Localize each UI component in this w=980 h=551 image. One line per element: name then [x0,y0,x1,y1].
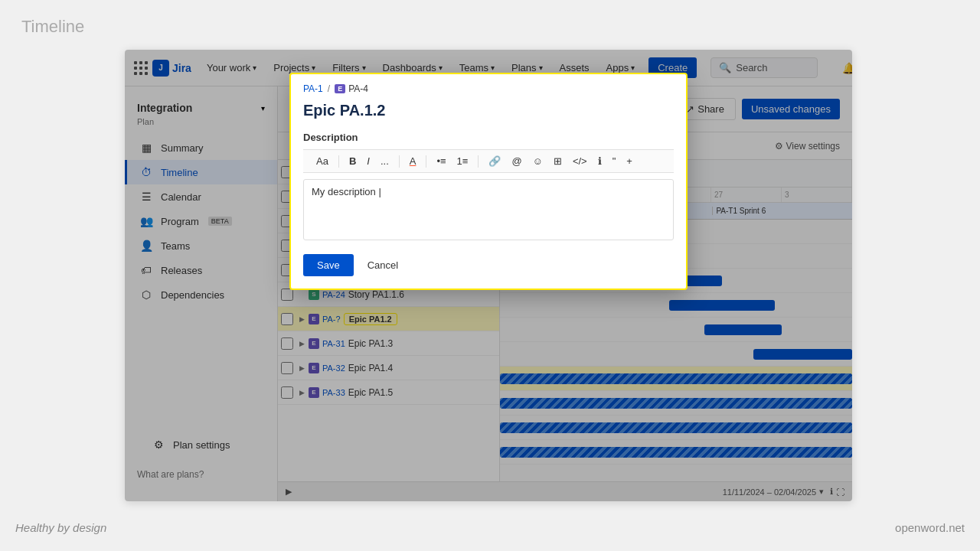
editor-toolbar: Aa B I ... A •≡ 1≡ 🔗 @ ☺ ⊞ </> ℹ [303,149,674,173]
toolbar-bold[interactable]: B [345,153,360,169]
breadcrumb-pa1[interactable]: PA-1 [303,83,323,94]
toolbar-table[interactable]: ⊞ [550,153,566,169]
toolbar-bullet-list[interactable]: •≡ [433,153,449,169]
footer-tagline: Healthy by design [15,521,106,534]
toolbar-info[interactable]: ℹ [594,153,606,169]
toolbar-text-style[interactable]: Aa [312,153,332,169]
toolbar-italic[interactable]: I [363,153,374,169]
breadcrumb-pa4: E PA-4 [335,83,368,94]
toolbar-separator [399,155,400,168]
epic-description-modal: PA-1 / E PA-4 Epic PA.1.2 Description Aa… [289,73,688,290]
modal-description-label: Description [291,129,686,146]
toolbar-more[interactable]: ... [377,153,393,169]
footer-brand: openword.net [895,521,965,534]
cancel-button[interactable]: Cancel [360,254,406,276]
toolbar-plus[interactable]: + [622,153,636,169]
toolbar-emoji[interactable]: ☺ [529,153,547,169]
modal-breadcrumb: PA-1 / E PA-4 [291,74,686,99]
toolbar-ordered-list[interactable]: 1≡ [453,153,472,169]
toolbar-separator [426,155,426,168]
toolbar-link[interactable]: 🔗 [485,153,505,169]
toolbar-separator [338,155,339,168]
toolbar-code[interactable]: </> [569,153,591,169]
app-window: J Jira Your work▾ Projects▾ Filters▾ Das… [125,50,852,501]
modal-overlay: PA-1 / E PA-4 Epic PA.1.2 Description Aa… [125,50,852,501]
toolbar-quote[interactable]: " [609,153,620,169]
page-title: Timeline [21,17,84,37]
breadcrumb-sep: / [328,83,330,94]
pa4-epic-icon: E [335,84,345,93]
modal-actions: Save Cancel [291,246,686,289]
save-button[interactable]: Save [303,254,354,276]
page-background: Timeline Healthy by design openword.net … [0,0,980,551]
toolbar-text-color[interactable]: A [406,153,420,169]
description-editor[interactable]: My description [303,179,674,240]
toolbar-mention[interactable]: @ [508,153,525,169]
modal-title: Epic PA.1.2 [291,99,686,129]
toolbar-separator [478,155,479,168]
